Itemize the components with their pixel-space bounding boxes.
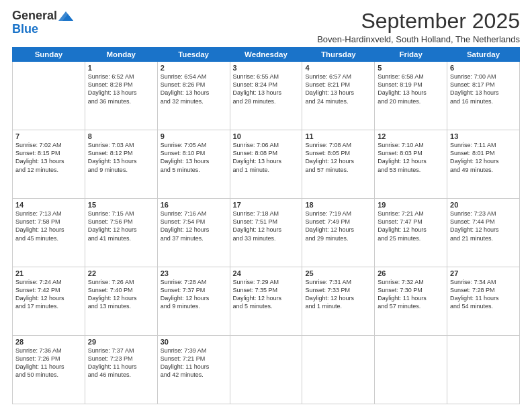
day-info: Sunrise: 7:08 AMSunset: 8:05 PMDaylight:… — [305, 141, 371, 174]
calendar-cell: 2Sunrise: 6:54 AMSunset: 8:26 PMDaylight… — [157, 62, 230, 130]
day-info: Sunrise: 7:06 AMSunset: 8:08 PMDaylight:… — [233, 141, 300, 174]
header: General Blue September 2025 Boven-Hardin… — [12, 9, 520, 44]
calendar-cell: 14Sunrise: 7:13 AMSunset: 7:58 PMDayligh… — [13, 199, 85, 267]
day-info: Sunrise: 7:16 AMSunset: 7:54 PMDaylight:… — [161, 210, 227, 242]
calendar-cell: 3Sunrise: 6:55 AMSunset: 8:24 PMDaylight… — [230, 62, 302, 130]
day-number: 24 — [233, 269, 300, 277]
calendar-cell: 23Sunrise: 7:28 AMSunset: 7:37 PMDayligh… — [157, 267, 230, 336]
day-number: 21 — [15, 269, 82, 277]
page: General Blue September 2025 Boven-Hardin… — [0, 0, 532, 411]
calendar-cell: 18Sunrise: 7:19 AMSunset: 7:49 PMDayligh… — [302, 199, 375, 267]
day-number: 7 — [15, 132, 82, 140]
day-number: 4 — [305, 64, 371, 72]
day-info: Sunrise: 6:52 AMSunset: 8:28 PMDaylight:… — [88, 73, 154, 105]
day-info: Sunrise: 7:26 AMSunset: 7:40 PMDaylight:… — [88, 278, 154, 311]
calendar-cell: 27Sunrise: 7:34 AMSunset: 7:28 PMDayligh… — [447, 267, 520, 336]
day-info: Sunrise: 7:05 AMSunset: 8:10 PMDaylight:… — [161, 141, 227, 174]
calendar-cell: 15Sunrise: 7:15 AMSunset: 7:56 PMDayligh… — [85, 199, 157, 267]
day-number: 17 — [233, 201, 300, 209]
calendar-cell — [447, 336, 520, 404]
day-number: 5 — [378, 64, 444, 72]
day-info: Sunrise: 7:10 AMSunset: 8:03 PMDaylight:… — [378, 141, 444, 174]
calendar-cell: 16Sunrise: 7:16 AMSunset: 7:54 PMDayligh… — [157, 199, 230, 267]
logo: General Blue — [12, 9, 73, 36]
day-number: 26 — [378, 269, 444, 277]
calendar-cell: 21Sunrise: 7:24 AMSunset: 7:42 PMDayligh… — [13, 267, 85, 336]
week-row-0: 1Sunrise: 6:52 AMSunset: 8:28 PMDaylight… — [13, 62, 520, 130]
day-number: 14 — [15, 201, 82, 209]
day-info: Sunrise: 7:15 AMSunset: 7:56 PMDaylight:… — [88, 210, 154, 242]
day-info: Sunrise: 6:58 AMSunset: 8:19 PMDaylight:… — [378, 73, 444, 105]
calendar-cell: 5Sunrise: 6:58 AMSunset: 8:19 PMDaylight… — [375, 62, 447, 130]
calendar-body: 1Sunrise: 6:52 AMSunset: 8:28 PMDaylight… — [13, 62, 520, 404]
day-info: Sunrise: 7:37 AMSunset: 7:23 PMDaylight:… — [88, 347, 154, 379]
calendar-cell — [13, 62, 85, 130]
calendar-cell: 1Sunrise: 6:52 AMSunset: 8:28 PMDaylight… — [85, 62, 157, 130]
calendar-cell: 20Sunrise: 7:23 AMSunset: 7:44 PMDayligh… — [447, 199, 520, 267]
day-number: 6 — [450, 64, 517, 72]
day-info: Sunrise: 7:31 AMSunset: 7:33 PMDaylight:… — [305, 278, 371, 311]
day-number: 9 — [161, 132, 227, 140]
calendar-cell — [375, 336, 447, 404]
header-day-tuesday: Tuesday — [157, 48, 230, 62]
calendar-cell: 28Sunrise: 7:36 AMSunset: 7:26 PMDayligh… — [13, 336, 85, 404]
header-day-sunday: Sunday — [13, 48, 85, 62]
day-number: 22 — [88, 269, 154, 277]
header-day-saturday: Saturday — [447, 48, 520, 62]
day-number: 3 — [233, 64, 300, 72]
day-number: 10 — [233, 132, 300, 140]
month-title: September 2025 — [317, 9, 520, 33]
calendar-cell: 11Sunrise: 7:08 AMSunset: 8:05 PMDayligh… — [302, 130, 375, 199]
week-row-2: 14Sunrise: 7:13 AMSunset: 7:58 PMDayligh… — [13, 199, 520, 267]
day-number: 13 — [450, 132, 517, 140]
day-number: 18 — [305, 201, 371, 209]
calendar-cell: 30Sunrise: 7:39 AMSunset: 7:21 PMDayligh… — [157, 336, 230, 404]
day-info: Sunrise: 7:11 AMSunset: 8:01 PMDaylight:… — [450, 141, 517, 174]
day-number: 1 — [88, 64, 154, 72]
header-day-thursday: Thursday — [302, 48, 375, 62]
day-number: 28 — [15, 338, 82, 346]
day-number: 12 — [378, 132, 444, 140]
day-info: Sunrise: 7:03 AMSunset: 8:12 PMDaylight:… — [88, 141, 154, 174]
day-info: Sunrise: 7:39 AMSunset: 7:21 PMDaylight:… — [161, 347, 227, 379]
calendar-cell: 22Sunrise: 7:26 AMSunset: 7:40 PMDayligh… — [85, 267, 157, 336]
day-info: Sunrise: 7:24 AMSunset: 7:42 PMDaylight:… — [15, 278, 82, 311]
calendar-cell: 24Sunrise: 7:29 AMSunset: 7:35 PMDayligh… — [230, 267, 302, 336]
day-number: 30 — [161, 338, 227, 346]
day-number: 2 — [161, 64, 227, 72]
calendar-cell: 7Sunrise: 7:02 AMSunset: 8:15 PMDaylight… — [13, 130, 85, 199]
week-row-1: 7Sunrise: 7:02 AMSunset: 8:15 PMDaylight… — [13, 130, 520, 199]
day-info: Sunrise: 7:34 AMSunset: 7:28 PMDaylight:… — [450, 278, 517, 311]
calendar-cell: 19Sunrise: 7:21 AMSunset: 7:47 PMDayligh… — [375, 199, 447, 267]
calendar-cell: 12Sunrise: 7:10 AMSunset: 8:03 PMDayligh… — [375, 130, 447, 199]
day-info: Sunrise: 7:23 AMSunset: 7:44 PMDaylight:… — [450, 210, 517, 242]
day-info: Sunrise: 7:18 AMSunset: 7:51 PMDaylight:… — [233, 210, 300, 242]
calendar-cell — [302, 336, 375, 404]
day-info: Sunrise: 7:13 AMSunset: 7:58 PMDaylight:… — [15, 210, 82, 242]
day-info: Sunrise: 6:55 AMSunset: 8:24 PMDaylight:… — [233, 73, 300, 105]
day-info: Sunrise: 7:32 AMSunset: 7:30 PMDaylight:… — [378, 278, 444, 311]
header-day-friday: Friday — [375, 48, 447, 62]
day-number: 19 — [378, 201, 444, 209]
day-info: Sunrise: 7:29 AMSunset: 7:35 PMDaylight:… — [233, 278, 300, 311]
calendar-cell: 26Sunrise: 7:32 AMSunset: 7:30 PMDayligh… — [375, 267, 447, 336]
calendar-cell — [230, 336, 302, 404]
day-number: 25 — [305, 269, 371, 277]
header-row: SundayMondayTuesdayWednesdayThursdayFrid… — [13, 48, 520, 62]
week-row-4: 28Sunrise: 7:36 AMSunset: 7:26 PMDayligh… — [13, 336, 520, 404]
calendar-header: SundayMondayTuesdayWednesdayThursdayFrid… — [13, 48, 520, 62]
week-row-3: 21Sunrise: 7:24 AMSunset: 7:42 PMDayligh… — [13, 267, 520, 336]
location: Boven-Hardinxveld, South Holland, The Ne… — [317, 34, 520, 44]
logo-icon — [58, 11, 73, 21]
day-number: 15 — [88, 201, 154, 209]
calendar-cell: 10Sunrise: 7:06 AMSunset: 8:08 PMDayligh… — [230, 130, 302, 199]
calendar-table: SundayMondayTuesdayWednesdayThursdayFrid… — [12, 47, 520, 404]
calendar-cell: 9Sunrise: 7:05 AMSunset: 8:10 PMDaylight… — [157, 130, 230, 199]
calendar-cell: 13Sunrise: 7:11 AMSunset: 8:01 PMDayligh… — [447, 130, 520, 199]
calendar-cell: 25Sunrise: 7:31 AMSunset: 7:33 PMDayligh… — [302, 267, 375, 336]
header-day-wednesday: Wednesday — [230, 48, 302, 62]
day-number: 27 — [450, 269, 517, 277]
calendar-cell: 4Sunrise: 6:57 AMSunset: 8:21 PMDaylight… — [302, 62, 375, 130]
day-info: Sunrise: 7:36 AMSunset: 7:26 PMDaylight:… — [15, 347, 82, 379]
day-info: Sunrise: 7:19 AMSunset: 7:49 PMDaylight:… — [305, 210, 371, 242]
